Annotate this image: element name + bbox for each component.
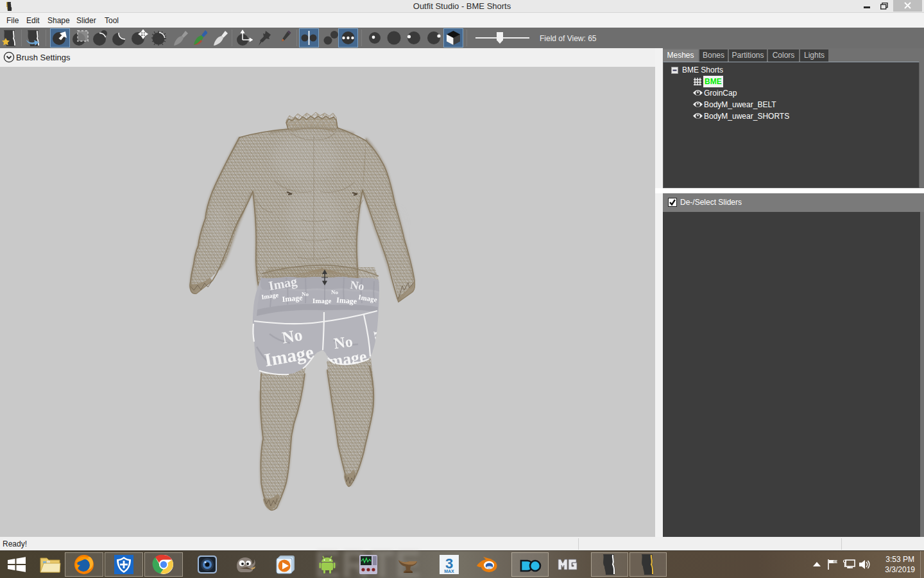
svg-text:MAX: MAX bbox=[444, 569, 454, 574]
svg-text:Image: Image bbox=[312, 297, 331, 304]
svg-text:No: No bbox=[349, 278, 365, 293]
svg-text:Image: Image bbox=[336, 295, 358, 306]
svg-text:Image: Image bbox=[282, 293, 304, 304]
svg-text:No: No bbox=[302, 291, 309, 297]
svg-text:No: No bbox=[331, 289, 338, 295]
